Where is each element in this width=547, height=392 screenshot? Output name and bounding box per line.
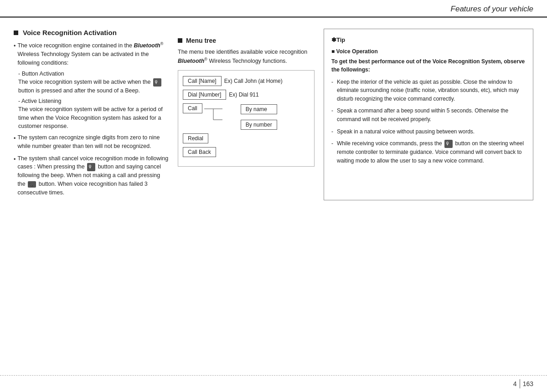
tree-branch-svg <box>204 103 241 125</box>
bluetooth-text-2: Bluetooth <box>178 58 204 64</box>
header-title: Features of your vehicle <box>451 5 533 14</box>
middle-column: Menu tree The menu tree identifies avail… <box>178 29 315 200</box>
section1-title: Voice Recognition Activation <box>14 29 169 36</box>
section2-title-text: Menu tree <box>186 37 216 44</box>
bullet-text-2: The system can recognize single digits f… <box>17 133 169 151</box>
tree-box-call-back: Call Back <box>183 147 216 157</box>
tree-row-call: Call By name By number <box>183 103 310 130</box>
tree-row-call-name: Call [Name] Ex) Call John (at Home) <box>183 76 310 86</box>
left-column: Voice Recognition Activation • The voice… <box>14 29 169 200</box>
section2-title: Menu tree <box>178 37 315 44</box>
tree-box-call: Call <box>183 103 202 113</box>
tree-row-call-back: Call Back <box>183 147 310 157</box>
mic-button-icon <box>153 78 161 87</box>
bullet-dot-3: • <box>14 155 15 197</box>
page-header: Features of your vehicle <box>0 0 547 18</box>
bullet-text-3: The system shall cancel voice recognitio… <box>17 154 169 197</box>
bullet-text-1: The voice recognition engine contained i… <box>17 41 169 67</box>
section-square-icon-2 <box>178 38 182 43</box>
mic-button-icon-tip <box>444 140 453 148</box>
tip-item-3: Speak in a natural voice without pausing… <box>331 127 526 136</box>
tip-list: Keep the interior of the vehicle as quie… <box>331 78 526 165</box>
tree-box-by-number: By number <box>241 120 277 130</box>
tree-text-dial-number: Ex) Dial 911 <box>229 92 258 98</box>
page-number: 163 <box>523 380 533 387</box>
bluetooth-text-1: Bluetooth <box>134 42 160 49</box>
bullet-dot-2: • <box>14 134 15 151</box>
menu-tree-diagram: Call [Name] Ex) Call John (at Home) Dial… <box>178 70 315 167</box>
mic-button-icon-2 <box>87 163 95 171</box>
phone-button-icon <box>28 181 36 188</box>
menu-tree-intro: The menu tree identifies available voice… <box>178 48 315 66</box>
tip-star-label: ✽Tip <box>331 36 526 45</box>
tip-item-2: Speak a command after a beep sound withi… <box>331 107 526 123</box>
sub-item-active-listening: - Active Listening The voice recognition… <box>18 98 169 131</box>
section-square-icon <box>14 31 18 35</box>
tree-text-call-name: Ex) Call John (at Home) <box>224 78 283 84</box>
bullet-item-3: • The system shall cancel voice recognit… <box>14 154 169 197</box>
section1-title-text: Voice Recognition Activation <box>23 29 117 36</box>
tip-item-4: While receiving voice commands, press th… <box>331 139 526 165</box>
tree-box-by-name: By name <box>241 104 277 114</box>
tree-box-dial-number: Dial [Number] <box>183 90 226 100</box>
bullet-dot-1: • <box>14 42 15 67</box>
tip-section-label: ■ Voice Operation <box>331 47 526 56</box>
page-footer: 4 163 <box>0 375 547 392</box>
registered-1: ® <box>160 41 164 46</box>
tree-row-redial: Redial <box>183 133 310 143</box>
page-section: 4 <box>513 380 517 387</box>
tree-row-dial-number: Dial [Number] Ex) Dial 911 <box>183 90 310 100</box>
registered-2: ® <box>204 57 207 61</box>
sub-item-desc-2: The voice recognition system will be act… <box>18 105 169 131</box>
sub-item-label-2: - Active Listening <box>18 98 169 104</box>
sub-item-label-1: - Button Activation <box>18 71 169 77</box>
main-content: Voice Recognition Activation • The voice… <box>0 18 547 209</box>
sub-item-desc-1: The voice recognition system will be act… <box>18 78 169 95</box>
bullet-item-1: • The voice recognition engine contained… <box>14 41 169 67</box>
tree-box-redial: Redial <box>183 133 208 143</box>
bullet-item-2: • The system can recognize single digits… <box>14 133 169 151</box>
tip-intro: To get the best performance out of the V… <box>331 57 526 74</box>
sub-item-button-activation: - Button Activation The voice recognitio… <box>18 71 169 95</box>
tip-box: ✽Tip ■ Voice Operation To get the best p… <box>324 29 533 200</box>
page-divider <box>520 379 520 388</box>
tree-box-call-name: Call [Name] <box>183 76 222 86</box>
tip-item-1: Keep the interior of the vehicle as quie… <box>331 78 526 103</box>
